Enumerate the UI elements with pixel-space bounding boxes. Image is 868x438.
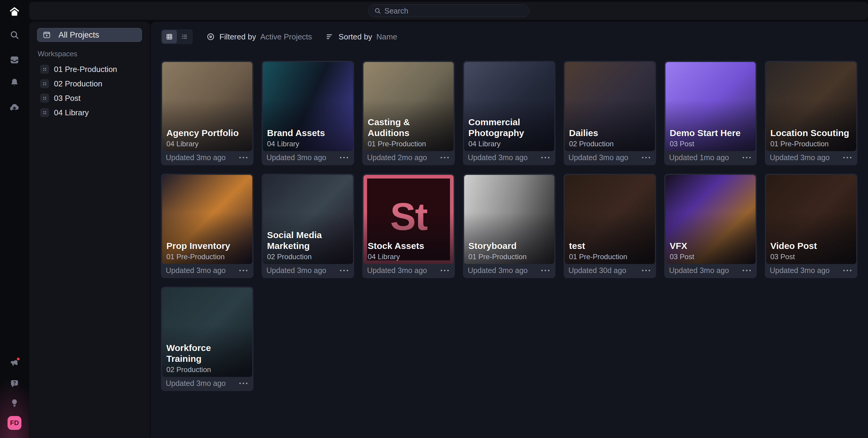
sort-value[interactable]: Name <box>376 32 397 41</box>
sidebar-workspace-item[interactable]: 03 Post <box>37 91 142 105</box>
card-menu-button[interactable] <box>742 268 751 273</box>
project-card[interactable]: Prop Inventory 01 Pre-Production Updated… <box>161 174 253 278</box>
project-thumbnail[interactable]: Prop Inventory 01 Pre-Production <box>162 175 252 264</box>
all-projects-button[interactable]: All Projects <box>37 28 142 42</box>
card-menu-button[interactable] <box>339 155 349 160</box>
card-menu-button[interactable] <box>742 155 751 160</box>
project-card[interactable]: Social Media Marketing 02 Production Upd… <box>261 174 354 278</box>
filter-control[interactable]: Filtered by Active Projects <box>206 32 312 41</box>
card-menu-button[interactable] <box>239 268 248 273</box>
card-menu-button[interactable] <box>440 268 450 273</box>
card-menu-button[interactable] <box>843 155 852 160</box>
project-thumbnail[interactable]: Agency Portfolio 04 Library <box>162 62 252 151</box>
project-card-footer: Updated 3mo ago <box>464 264 554 277</box>
workspace-label: 01 Pre-Production <box>54 65 117 74</box>
project-workspace: 01 Pre-Production <box>569 252 651 261</box>
workspaces-heading: Workspaces <box>38 50 142 58</box>
project-card[interactable]: Commercial Photography 04 Library Update… <box>463 61 555 165</box>
search-icon[interactable] <box>7 28 22 42</box>
project-title: Casting & Auditions <box>368 117 450 138</box>
user-avatar[interactable]: FD <box>7 416 22 430</box>
project-workspace: 04 Library <box>267 140 349 148</box>
card-menu-button[interactable] <box>339 268 349 273</box>
project-title: test <box>569 240 651 251</box>
project-thumbnail[interactable]: Commercial Photography 04 Library <box>464 62 554 151</box>
card-menu-button[interactable] <box>239 155 248 160</box>
sort-control[interactable]: Sorted by Name <box>325 32 397 41</box>
project-thumbnail[interactable]: Dailies 02 Production <box>565 62 655 151</box>
project-card-footer: Updated 3mo ago <box>565 151 655 164</box>
thumbnail-text-overlay: Prop Inventory 01 Pre-Production <box>162 240 252 264</box>
card-menu-button[interactable] <box>843 268 852 273</box>
project-card-footer: Updated 3mo ago <box>766 264 856 277</box>
project-card[interactable]: Dailies 02 Production Updated 3mo ago <box>564 61 656 165</box>
project-thumbnail[interactable]: St Stock Assets 04 Library <box>364 175 454 264</box>
project-card[interactable]: test 01 Pre-Production Updated 30d ago <box>564 174 656 278</box>
thumbnail-text-overlay: Location Scouting 01 Pre-Production <box>766 128 856 151</box>
project-updated: Updated 3mo ago <box>568 153 628 162</box>
project-title: Workforce Training <box>166 343 248 364</box>
sorted-by-label: Sorted by <box>338 32 372 41</box>
project-thumbnail[interactable]: Social Media Marketing 02 Production <box>263 175 353 264</box>
project-workspace: 02 Production <box>166 366 248 374</box>
project-card-footer: Updated 3mo ago <box>665 264 755 277</box>
filtered-by-label: Filtered by <box>219 32 256 41</box>
project-thumbnail[interactable]: Video Post 03 Post <box>766 175 856 264</box>
project-workspace: 03 Post <box>670 140 751 148</box>
thumbnail-text-overlay: Casting & Auditions 01 Pre-Production <box>364 117 454 151</box>
list-view-icon <box>181 33 188 41</box>
card-menu-button[interactable] <box>641 268 651 273</box>
sidebar-workspace-item[interactable]: 01 Pre-Production <box>37 62 142 76</box>
project-card[interactable]: Agency Portfolio 04 Library Updated 3mo … <box>161 61 253 165</box>
project-card-footer: Updated 3mo ago <box>364 264 454 277</box>
project-thumbnail[interactable]: Casting & Auditions 01 Pre-Production <box>364 62 454 151</box>
project-updated: Updated 3mo ago <box>468 153 528 162</box>
project-thumbnail[interactable]: Storyboard 01 Pre-Production <box>464 175 554 264</box>
left-icon-rail: ? FD <box>0 0 29 438</box>
sidebar-workspace-item[interactable]: 04 Library <box>37 106 142 120</box>
cloud-upload-icon[interactable] <box>7 101 22 115</box>
inbox-icon[interactable] <box>7 53 22 67</box>
svg-text:?: ? <box>13 380 16 385</box>
card-menu-button[interactable] <box>239 381 248 386</box>
project-title: Video Post <box>770 240 852 251</box>
workspace-label: 02 Production <box>54 79 102 89</box>
list-view-button[interactable] <box>177 30 192 43</box>
project-card[interactable]: Storyboard 01 Pre-Production Updated 3mo… <box>463 174 555 278</box>
search-field-icon <box>374 7 381 15</box>
project-updated: Updated 3mo ago <box>267 153 327 162</box>
project-thumbnail[interactable]: test 01 Pre-Production <box>565 175 655 264</box>
project-card-footer: Updated 3mo ago <box>162 264 252 277</box>
card-menu-button[interactable] <box>440 155 450 160</box>
project-thumbnail[interactable]: Workforce Training 02 Production <box>162 288 252 377</box>
project-thumbnail[interactable]: Location Scouting 01 Pre-Production <box>766 62 856 151</box>
project-card[interactable]: Casting & Auditions 01 Pre-Production Up… <box>362 61 455 165</box>
project-card[interactable]: St Stock Assets 04 Library Updated 3mo a… <box>362 174 455 278</box>
project-card[interactable]: Location Scouting 01 Pre-Production Upda… <box>765 61 858 165</box>
help-icon[interactable]: ? <box>7 376 22 391</box>
announcements-megaphone-icon[interactable] <box>7 356 22 370</box>
card-menu-button[interactable] <box>541 155 550 160</box>
sidebar-workspace-item[interactable]: 02 Production <box>37 77 142 91</box>
project-card[interactable]: Brand Assets 04 Library Updated 3mo ago <box>261 61 354 165</box>
sidebar: All Projects Workspaces 01 Pre-Productio… <box>29 22 150 438</box>
project-thumbnail[interactable]: Demo Start Here 03 Post <box>665 62 755 151</box>
card-menu-button[interactable] <box>541 268 550 273</box>
search-input[interactable] <box>384 7 524 15</box>
project-workspace: 01 Pre-Production <box>368 140 450 148</box>
project-thumbnail[interactable]: VFX 03 Post <box>665 175 755 264</box>
card-menu-button[interactable] <box>641 155 651 160</box>
project-card[interactable]: Workforce Training 02 Production Updated… <box>161 287 253 391</box>
project-workspace: 01 Pre-Production <box>468 252 550 261</box>
ideas-lightbulb-icon[interactable] <box>7 396 22 410</box>
grid-view-button[interactable] <box>162 30 177 43</box>
home-icon[interactable] <box>7 4 22 19</box>
project-card[interactable]: Video Post 03 Post Updated 3mo ago <box>765 174 858 278</box>
notifications-bell-icon[interactable] <box>7 75 22 90</box>
workspace-grid-icon <box>40 94 49 103</box>
project-card[interactable]: Demo Start Here 03 Post Updated 1mo ago <box>664 61 757 165</box>
project-thumbnail[interactable]: Brand Assets 04 Library <box>263 62 353 151</box>
project-card[interactable]: VFX 03 Post Updated 3mo ago <box>664 174 757 278</box>
global-search[interactable] <box>368 4 530 17</box>
filter-value[interactable]: Active Projects <box>260 32 312 41</box>
